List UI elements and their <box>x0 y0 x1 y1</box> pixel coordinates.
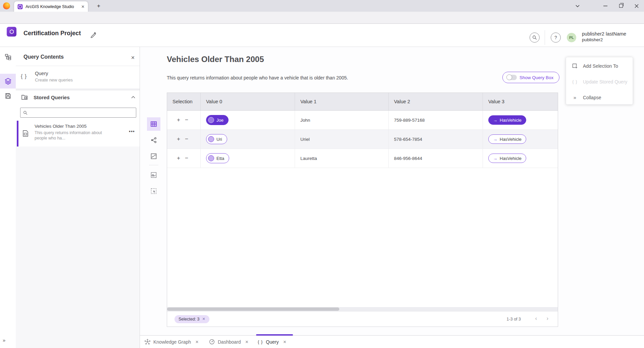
braces-icon: { } <box>21 73 27 79</box>
avatar[interactable]: PL <box>567 33 576 42</box>
more-options-icon[interactable]: ••• <box>129 129 135 134</box>
tab-list-chevron-icon[interactable] <box>572 0 583 12</box>
chevron-up-icon[interactable] <box>131 96 135 99</box>
menu-item-add-selection-to[interactable]: Add Selection To <box>566 58 633 74</box>
expand-icon[interactable]: » <box>3 337 5 343</box>
layout-view-icon[interactable] <box>147 168 160 182</box>
cell-value: Lauretta <box>295 149 389 168</box>
table-header: Selection Value 0 Value 1 Value 2 Value … <box>167 93 558 111</box>
query-results-table: Selection Value 0 Value 1 Value 2 Value … <box>167 93 558 327</box>
remove-from-selection-icon[interactable]: − <box>183 136 191 142</box>
cell-value: 759-889-57168 <box>389 111 483 129</box>
tab-close-icon[interactable]: ✕ <box>195 340 199 344</box>
screen: ArcGIS Knowledge Studio ✕ + ← → ⟳ https:… <box>0 0 644 348</box>
entity-pill[interactable]: Joe <box>206 115 229 125</box>
table-row: + − Etta Lauretta 846-956-8644 →HasVehic… <box>167 149 558 168</box>
user-name[interactable]: publisher2 lastName publisher2 <box>582 31 626 43</box>
table-row: + − Joe John 759-889-57168 →HasVehicle <box>167 111 558 130</box>
scrollbar-thumb[interactable] <box>167 307 339 311</box>
close-icon[interactable] <box>631 0 642 12</box>
column-header: Value 0 <box>201 93 295 110</box>
layers-icon[interactable] <box>4 77 12 85</box>
relationship-pill[interactable]: →HasVehicle <box>488 154 526 163</box>
tab-close-icon[interactable]: ✕ <box>81 5 85 9</box>
stored-queries-search[interactable] <box>20 108 136 118</box>
column-header: Value 3 <box>483 93 558 110</box>
query-item[interactable]: { } Query Create new queries <box>16 66 140 89</box>
tab-close-icon[interactable]: ✕ <box>245 340 249 344</box>
table-view-icon[interactable] <box>147 117 160 131</box>
edit-pencil-icon[interactable] <box>90 32 97 39</box>
remove-from-selection-icon[interactable]: − <box>183 117 191 123</box>
add-to-selection-icon[interactable]: + <box>175 117 183 123</box>
entity-dot-icon <box>208 155 214 161</box>
restore-icon[interactable] <box>615 0 627 12</box>
close-panel-icon[interactable]: ✕ <box>131 55 135 61</box>
add-to-selection-icon[interactable]: + <box>175 155 183 162</box>
relationship-pill[interactable]: →HasVehicle <box>488 134 526 144</box>
entity-pill[interactable]: Uri <box>206 134 227 144</box>
dashboard-icon <box>209 339 215 345</box>
context-menu: Add Selection To { } Update Stored Query… <box>566 57 633 105</box>
column-header: Value 2 <box>389 93 483 110</box>
select-view-icon[interactable] <box>147 184 160 198</box>
stored-query-desc-2: people who ha... <box>35 136 65 140</box>
document-icon <box>22 130 29 137</box>
knowledge-graph-icon <box>145 339 150 345</box>
add-to-selection-icon[interactable]: + <box>175 136 183 142</box>
table-row: + − Uri Uriel 578-654-7854 →HasVehicle <box>167 130 558 149</box>
link-chart-view-icon[interactable] <box>147 133 160 147</box>
column-header: Selection <box>167 93 201 110</box>
tab-query[interactable]: { } Query ✕ <box>258 336 286 348</box>
tab-dashboard[interactable]: Dashboard ✕ <box>209 336 249 348</box>
bottom-tab-bar: Knowledge Graph ✕ Dashboard ✕ { } Query … <box>140 335 644 348</box>
map-view-icon[interactable] <box>147 150 160 163</box>
stored-query-item[interactable]: Vehicles Older Than 2005 This query retu… <box>16 121 140 147</box>
prev-page-icon[interactable]: ‹ <box>535 315 537 322</box>
search-icon[interactable] <box>530 33 540 43</box>
menu-item-update-stored-query: { } Update Stored Query <box>566 74 633 90</box>
remove-from-selection-icon[interactable]: − <box>183 155 191 162</box>
menu-item-collapse[interactable]: » Collapse <box>566 90 633 105</box>
query-result-description: This query returns information about peo… <box>167 75 348 80</box>
entity-pill[interactable]: Etta <box>206 153 229 163</box>
column-header: Value 1 <box>295 93 389 110</box>
chip-close-icon[interactable]: ✕ <box>202 317 205 321</box>
data-model-icon[interactable] <box>4 53 12 60</box>
stored-query-desc-1: This query returns information about <box>35 130 102 135</box>
query-result-title: Vehicles Older Than 2005 <box>167 55 264 64</box>
entity-dot-icon <box>208 136 214 142</box>
header-divider <box>545 30 545 45</box>
query-contents-panel: Query Contents ✕ { } Query Create new qu… <box>16 47 140 348</box>
panel-title: Query Contents <box>23 54 64 60</box>
search-input[interactable] <box>30 110 133 116</box>
tab-close-icon[interactable]: ✕ <box>283 340 286 344</box>
query-item-title: Query <box>35 71 48 76</box>
arrow-right-icon: → <box>493 137 497 142</box>
search-icon <box>23 111 28 115</box>
minimize-icon[interactable] <box>600 0 611 12</box>
browser-tab[interactable]: ArcGIS Knowledge Studio ✕ <box>14 1 88 12</box>
firefox-icon[interactable] <box>3 2 10 9</box>
relationship-pill[interactable]: →HasVehicle <box>488 115 526 125</box>
next-page-icon[interactable]: › <box>547 315 548 322</box>
selected-count-chip: Selected: 3 ✕ <box>175 315 209 323</box>
stored-query-title: Vehicles Older Than 2005 <box>35 124 87 129</box>
stored-queries-header[interactable]: Stored Queries <box>16 91 140 105</box>
arrow-right-icon: → <box>493 118 497 123</box>
active-tab-indicator <box>256 334 293 336</box>
tab-knowledge-graph[interactable]: Knowledge Graph ✕ <box>145 336 199 348</box>
selected-indicator <box>17 121 18 147</box>
cell-value: 846-956-8644 <box>389 149 483 168</box>
new-tab-button[interactable]: + <box>95 2 103 10</box>
add-selection-icon <box>572 63 578 69</box>
entity-dot-icon <box>208 117 214 123</box>
view-switcher <box>147 117 160 200</box>
cell-value: John <box>295 111 389 129</box>
stored-queries-title: Stored Queries <box>34 95 70 100</box>
arcgis-knowledge-logo-icon <box>7 27 16 37</box>
help-icon[interactable]: ? <box>551 33 561 43</box>
save-icon[interactable] <box>4 92 12 100</box>
show-query-box-toggle[interactable]: Show Query Box <box>502 72 559 83</box>
horizontal-scrollbar <box>167 307 558 311</box>
